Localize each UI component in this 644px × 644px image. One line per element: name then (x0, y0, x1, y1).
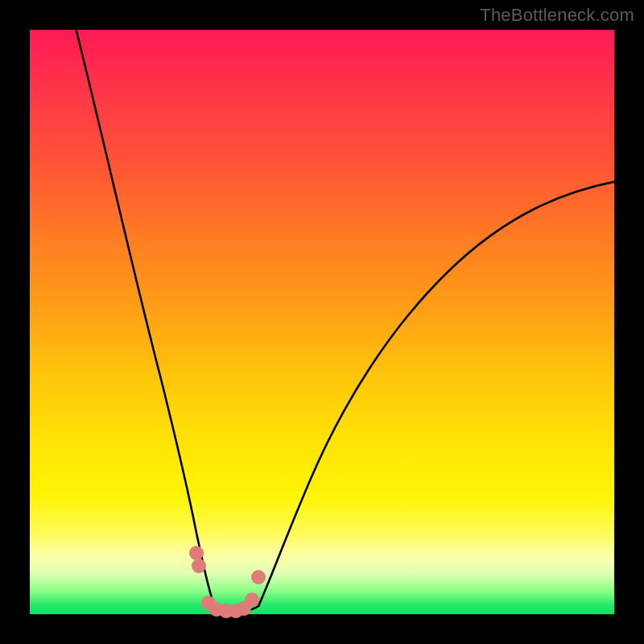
right-branch-curve (258, 181, 617, 606)
svg-point-1 (192, 559, 206, 573)
curves-svg (30, 30, 614, 614)
chart-frame: TheBottleneck.com (0, 0, 644, 644)
plot-area (30, 30, 614, 614)
svg-point-8 (251, 570, 266, 584)
left-branch-curve (75, 25, 218, 611)
svg-point-7 (245, 592, 259, 607)
svg-point-0 (189, 546, 204, 560)
watermark-text: TheBottleneck.com (480, 5, 634, 26)
